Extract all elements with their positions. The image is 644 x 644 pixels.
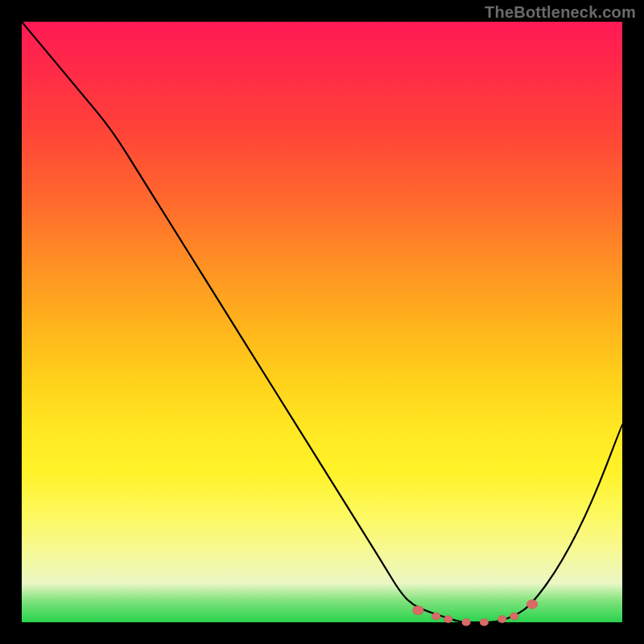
- curve-dot: [526, 600, 538, 609]
- curve-dot: [412, 605, 423, 615]
- curve-dot: [444, 616, 452, 623]
- chart-frame: TheBottleneck.com: [0, 0, 644, 644]
- curve-dot: [497, 616, 506, 623]
- plot-area: [22, 22, 622, 622]
- bottleneck-curve: [22, 22, 622, 622]
- curve-dot: [510, 613, 518, 620]
- curve-dot: [480, 618, 489, 625]
- curve-dot: [431, 613, 440, 620]
- curve-dot: [462, 618, 471, 625]
- watermark-text: TheBottleneck.com: [485, 3, 636, 22]
- curve-svg: [22, 22, 622, 622]
